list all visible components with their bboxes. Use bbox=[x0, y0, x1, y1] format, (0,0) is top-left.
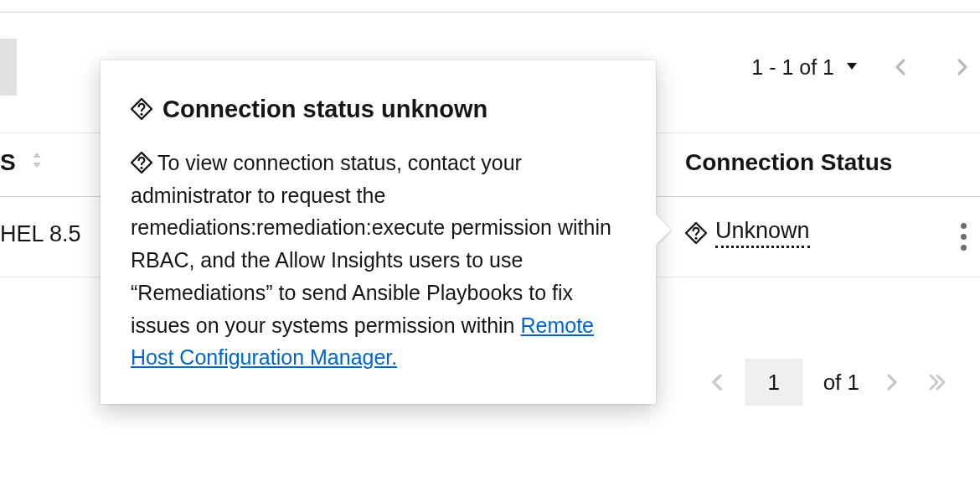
pagination-prev-button[interactable] bbox=[883, 49, 920, 85]
kebab-icon bbox=[961, 223, 967, 229]
pagination-bottom: of 1 bbox=[699, 359, 955, 406]
column-header-os-label: S bbox=[0, 149, 16, 176]
pagination-prev-button[interactable] bbox=[699, 364, 736, 401]
pagination-next-button[interactable] bbox=[943, 49, 980, 85]
cell-os: HEL 8.5 bbox=[0, 221, 81, 247]
popover-body: To view connection status, contact your … bbox=[131, 147, 627, 374]
cell-connection-status[interactable]: Unknown bbox=[685, 218, 810, 248]
question-diamond-icon bbox=[685, 222, 707, 244]
caret-down-icon bbox=[844, 58, 859, 77]
popover-body-text: To view connection status, contact your … bbox=[131, 151, 611, 337]
chevron-left-icon bbox=[891, 57, 911, 77]
question-diamond-icon bbox=[131, 152, 152, 174]
double-chevron-right-icon bbox=[926, 372, 947, 392]
divider bbox=[0, 12, 980, 13]
cell-connection-status-text: Unknown bbox=[715, 218, 810, 248]
sort-icon bbox=[29, 150, 44, 175]
column-header-connection-status-label: Connection Status bbox=[685, 149, 892, 175]
toolbar-button-fragment[interactable] bbox=[0, 39, 17, 96]
pagination-range-dropdown[interactable]: 1 - 1 of 1 bbox=[751, 55, 859, 80]
cell-os-text: HEL 8.5 bbox=[0, 221, 81, 246]
pagination-last-button[interactable] bbox=[918, 364, 955, 401]
chevron-right-icon bbox=[952, 57, 972, 77]
kebab-icon bbox=[961, 234, 967, 240]
popover-title-text: Connection status unknown bbox=[162, 91, 487, 128]
pagination-next-button[interactable] bbox=[873, 364, 910, 401]
column-header-connection-status: Connection Status bbox=[685, 149, 892, 176]
kebab-icon bbox=[961, 245, 967, 251]
chevron-right-icon bbox=[881, 372, 901, 392]
column-header-os[interactable]: S bbox=[0, 149, 44, 176]
popover-title: Connection status unknown bbox=[131, 91, 627, 128]
pagination-top: 1 - 1 of 1 bbox=[751, 49, 980, 85]
pagination-page-input[interactable] bbox=[745, 359, 803, 406]
pagination-range-text: 1 - 1 of 1 bbox=[751, 55, 834, 80]
question-diamond-icon bbox=[131, 98, 152, 120]
pagination-of-label: of 1 bbox=[823, 370, 859, 396]
chevron-left-icon bbox=[708, 372, 728, 392]
row-actions-kebab[interactable] bbox=[956, 218, 972, 256]
connection-status-popover: Connection status unknown To view connec… bbox=[101, 60, 656, 404]
